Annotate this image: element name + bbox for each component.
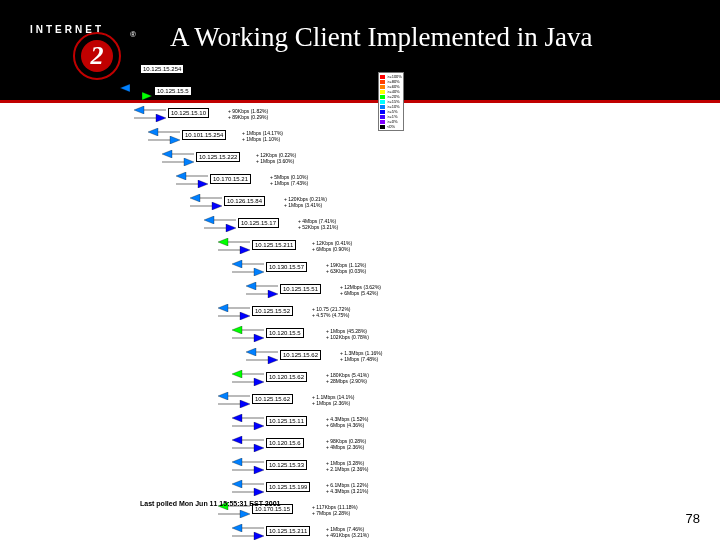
node-stats: + 1Mbps (3.28%)+ 2.1Mbps (2.36%) [326, 460, 368, 472]
trace-row: 10.120.15.62+ 180Kbps (5.41%)+ 28Mbps (2… [140, 368, 440, 390]
traceroute-diagram: 10.125.15.25410.125.15.5+ 52Mbps (1.30%)… [140, 60, 440, 540]
logo-digit: 2 [73, 32, 121, 80]
arrow-right-icon [232, 422, 264, 430]
trace-row: 10.101.15.254+ 1Mbps (14.17%)+ 1Mbps (1.… [140, 126, 440, 148]
ip-node: 10.125.15.62 [280, 350, 321, 360]
node-stats: + 1Mbps (14.17%)+ 1Mbps (1.10%) [242, 130, 283, 142]
node-stats: + 10.75 (21.72%)+ 4.57% (4.75%) [312, 306, 351, 318]
arrow-right-icon [204, 224, 236, 232]
node-stats: + 4.3Mbps (1.52%)+ 6Mbps (4.36%) [326, 416, 368, 428]
trace-row: 10.125.15.11+ 4.3Mbps (1.52%)+ 6Mbps (4.… [140, 412, 440, 434]
ip-node: 10.125.15.5 [154, 86, 192, 96]
node-stats: + 12Kbps (0.22%)+ 1Mbps (3.60%) [256, 152, 296, 164]
arrow-left-icon [120, 84, 152, 92]
arrow-left-icon [232, 524, 264, 532]
node-stats: + 120Kbps (0.21%)+ 1Mbps (3.41%) [284, 196, 327, 208]
node-stats: + 12Kbps (0.41%)+ 6Mbps (0.90%) [312, 240, 352, 252]
node-stats: + 52Mbps (1.30%)+ 13Mbps (0.10%) [214, 86, 255, 98]
ip-node: 10.130.15.57 [266, 262, 307, 272]
node-stats: + 1.3Mbps (1.16%)+ 1Mbps (7.48%) [340, 350, 382, 362]
trace-row: 10.126.15.84+ 120Kbps (0.21%)+ 1Mbps (3.… [140, 192, 440, 214]
trace-row: 10.125.15.33+ 1Mbps (3.28%)+ 2.1Mbps (2.… [140, 456, 440, 478]
slide-title: A Working Client Implemented in Java [170, 22, 593, 53]
ip-node: 10.125.15.211 [252, 240, 296, 250]
arrow-left-icon [232, 414, 264, 422]
node-stats: + 6.1Mbps (1.22%)+ 4.3Mbps (3.21%) [326, 482, 368, 494]
arrow-left-icon [246, 282, 278, 290]
node-stats: + 1Mbps (45.28%)+ 102Kbps (0.78%) [326, 328, 369, 340]
ip-node: 10.125.15.10 [168, 108, 209, 118]
trace-row: 10.125.15.52+ 10.75 (21.72%)+ 4.57% (4.7… [140, 302, 440, 324]
arrow-left-icon [218, 304, 250, 312]
arrow-left-icon [246, 348, 278, 356]
node-stats: + 12Mbps (3.62%)+ 6Mbps (5.42%) [340, 284, 381, 296]
arrow-left-icon [232, 436, 264, 444]
ip-node: 10.120.15.62 [266, 372, 307, 382]
page-number: 78 [686, 511, 700, 526]
arrow-left-icon [204, 216, 236, 224]
ip-node: 10.125.15.11 [266, 416, 307, 426]
trace-row: 10.125.15.211+ 1Mbps (7.46%)+ 491Kbps (3… [140, 522, 440, 540]
arrow-right-icon [232, 334, 264, 342]
trace-row: 10.125.15.199+ 6.1Mbps (1.22%)+ 4.3Mbps … [140, 478, 440, 500]
ip-node: 10.170.15.21 [210, 174, 251, 184]
ip-node: 10.125.15.211 [266, 526, 310, 536]
trace-row: 10.125.15.254 [140, 60, 440, 82]
arrow-right-icon [162, 158, 194, 166]
ip-node: 10.125.15.222 [196, 152, 240, 162]
trace-row: 10.130.15.57+ 19Kbps (1.12%)+ 63Kbps (0.… [140, 258, 440, 280]
node-stats: + 90Kbps (1.82%)+ 89Kbps (0.29%) [228, 108, 268, 120]
arrow-right-icon [218, 312, 250, 320]
node-stats: + 4Mbps (7.41%)+ 52Kbps (3.21%) [298, 218, 338, 230]
ip-node: 10.125.15.254 [140, 64, 184, 74]
arrow-left-icon [148, 128, 180, 136]
arrow-right-icon [232, 444, 264, 452]
poll-timestamp: Last polled Mon Jun 11 15:55:31 EST 2001 [140, 500, 280, 507]
arrow-left-icon [190, 194, 222, 202]
node-stats: + 5Mbps (0.10%)+ 1Mbps (7.43%) [270, 174, 308, 186]
trace-row: 10.125.15.211+ 12Kbps (0.41%)+ 6Mbps (0.… [140, 236, 440, 258]
arrow-left-icon [232, 326, 264, 334]
node-stats: + 98Kbps (0.28%)+ 4Mbps (2.36%) [326, 438, 366, 450]
internet2-logo: INTERNET 2 [18, 20, 70, 72]
ip-node: 10.125.15.51 [280, 284, 321, 294]
trace-row: 10.120.15.5+ 1Mbps (45.28%)+ 102Kbps (0.… [140, 324, 440, 346]
ip-node: 10.126.15.84 [224, 196, 265, 206]
trace-row: 10.120.15.6+ 98Kbps (0.28%)+ 4Mbps (2.36… [140, 434, 440, 456]
arrow-right-icon [232, 466, 264, 474]
arrow-right-icon [176, 180, 208, 188]
ip-node: 10.125.15.33 [266, 460, 307, 470]
arrow-right-icon [218, 510, 250, 518]
arrow-right-icon [246, 290, 278, 298]
ip-node: 10.125.15.62 [252, 394, 293, 404]
arrow-left-icon [162, 150, 194, 158]
trace-row: 10.125.15.17+ 4Mbps (7.41%)+ 52Kbps (3.2… [140, 214, 440, 236]
arrow-left-icon [176, 172, 208, 180]
arrow-left-icon [232, 260, 264, 268]
arrow-right-icon [190, 202, 222, 210]
arrow-right-icon [218, 400, 250, 408]
trace-row: 10.170.15.21+ 5Mbps (0.10%)+ 1Mbps (7.43… [140, 170, 440, 192]
node-stats: + 1Mbps (7.46%)+ 491Kbps (3.21%) [326, 526, 369, 538]
ip-node: 10.120.15.5 [266, 328, 304, 338]
ip-node: 10.120.15.6 [266, 438, 304, 448]
arrow-left-icon [232, 480, 264, 488]
arrow-right-icon [246, 356, 278, 364]
trace-row: 10.125.15.62+ 1.1Mbps (14.1%)+ 1Mbps (2.… [140, 390, 440, 412]
arrow-left-icon [232, 370, 264, 378]
node-stats: + 1.1Mbps (14.1%)+ 1Mbps (2.36%) [312, 394, 354, 406]
arrow-left-icon [218, 238, 250, 246]
arrow-right-icon [148, 136, 180, 144]
node-stats: + 117Kbps (11.18%)+ 7Mbps (2.28%) [312, 504, 358, 516]
arrow-left-icon [218, 392, 250, 400]
arrow-right-icon [232, 532, 264, 540]
arrow-right-icon [120, 92, 152, 100]
ip-node: 10.101.15.254 [182, 130, 226, 140]
ip-node: 10.125.15.199 [266, 482, 310, 492]
arrow-left-icon [232, 458, 264, 466]
trace-row: 10.125.15.10+ 90Kbps (1.82%)+ 89Kbps (0.… [140, 104, 440, 126]
ip-node: 10.125.15.17 [238, 218, 279, 228]
arrow-right-icon [218, 246, 250, 254]
arrow-right-icon [232, 488, 264, 496]
trace-row: 10.125.15.51+ 12Mbps (3.62%)+ 6Mbps (5.4… [140, 280, 440, 302]
